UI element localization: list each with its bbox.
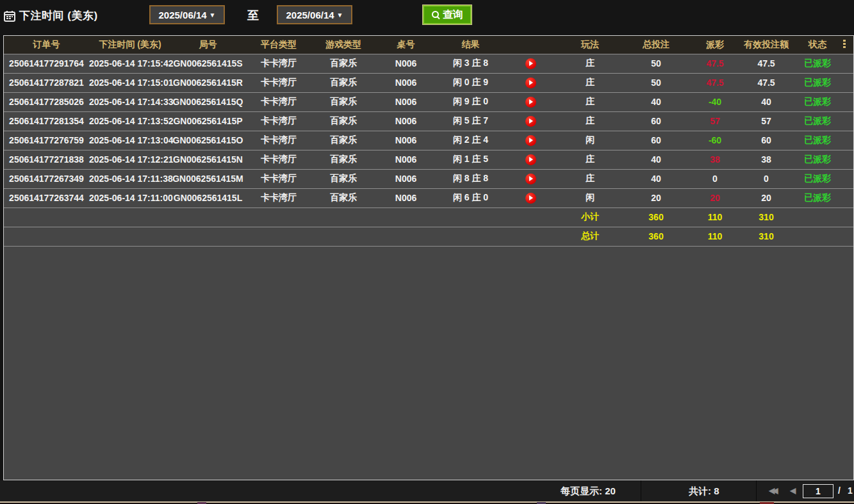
date-from-value: 2025/06/14 <box>159 10 207 20</box>
bet-time: 2025-06-14 17:15:01 <box>89 73 171 92</box>
platform: 卡卡湾厅 <box>245 188 313 207</box>
subtotal-valid-bet: 310 <box>741 207 792 227</box>
result: 闲 2 庄 4 <box>438 131 504 150</box>
round-id: GN0062561415L <box>171 188 245 207</box>
table-header-row: 订单号 下注时间 (美东) 局号 平台类型 游戏类型 桌号 结果 玩法 总投注 … <box>4 36 854 54</box>
play-video-icon[interactable] <box>525 193 536 204</box>
col-header-round-id: 局号 <box>171 36 245 54</box>
total-valid-bet: 310 <box>741 227 792 246</box>
play-video-icon[interactable] <box>525 116 536 127</box>
valid-bet: 0 <box>741 169 792 188</box>
result: 闲 3 庄 8 <box>438 54 504 73</box>
bet-time: 2025-06-14 17:13:04 <box>89 131 171 150</box>
divider <box>756 480 757 501</box>
payout: -40 <box>689 92 741 111</box>
order-id: 250614177276759 <box>4 131 89 150</box>
chevron-down-icon: ▼ <box>337 12 343 19</box>
col-header-order-id: 订单号 <box>4 36 89 54</box>
status-badge: 已派彩 <box>792 92 843 111</box>
platform: 卡卡湾厅 <box>245 73 313 92</box>
total-bet: 40 <box>623 92 689 111</box>
table-no: N006 <box>374 188 438 207</box>
bet-records-table-frame: 订单号 下注时间 (美东) 局号 平台类型 游戏类型 桌号 结果 玩法 总投注 … <box>3 35 854 480</box>
game-type: 百家乐 <box>313 73 374 92</box>
prev-page-button[interactable]: ◀ <box>790 486 796 495</box>
col-header-valid-bet: 有效投注额 <box>741 36 792 54</box>
play-type: 庄 <box>557 92 623 111</box>
search-icon <box>431 10 441 20</box>
table-row: 250614177267349 2025-06-14 17:11:38 GN00… <box>4 169 854 188</box>
play-video-icon[interactable] <box>525 174 536 184</box>
total-total-bet: 360 <box>623 227 689 246</box>
platform: 卡卡湾厅 <box>245 131 313 150</box>
table-no: N006 <box>374 111 438 131</box>
valid-bet: 60 <box>741 131 792 150</box>
payout: 47.5 <box>689 54 741 73</box>
order-id: 250614177263744 <box>4 188 89 207</box>
play-video-icon[interactable] <box>525 135 536 146</box>
result: 闲 9 庄 0 <box>438 92 504 111</box>
divider <box>641 480 641 501</box>
col-header-payout: 派彩 <box>689 36 741 54</box>
play-video-icon[interactable] <box>525 58 536 69</box>
play-video-icon[interactable] <box>525 154 536 165</box>
result: 闲 6 庄 0 <box>438 188 504 207</box>
payout: 20 <box>689 188 741 207</box>
play-type: 庄 <box>557 73 623 92</box>
result: 闲 8 庄 8 <box>438 169 504 188</box>
table-row: 250614177263744 2025-06-14 17:11:00 GN00… <box>4 188 854 207</box>
query-button-label: 查询 <box>443 8 463 22</box>
total-row: 总计 360 110 310 <box>4 227 854 246</box>
play-video-icon[interactable] <box>525 77 536 88</box>
col-header-game-type: 游戏类型 <box>313 36 374 54</box>
date-from-select[interactable]: 2025/06/14 ▼ <box>149 5 225 24</box>
page-number-input[interactable]: 1 <box>803 484 833 498</box>
query-button[interactable]: 查询 <box>422 4 472 25</box>
table-row: 250614177291764 2025-06-14 17:15:42 GN00… <box>4 54 854 73</box>
first-page-button[interactable]: ◀◀ <box>769 486 783 495</box>
total-payout: 110 <box>689 227 741 246</box>
status-badge: 已派彩 <box>792 150 843 169</box>
platform: 卡卡湾厅 <box>245 92 313 111</box>
col-header-play: 玩法 <box>557 36 623 54</box>
game-type: 百家乐 <box>313 131 374 150</box>
per-page-label: 每页显示: 20 <box>561 485 616 498</box>
valid-bet: 47.5 <box>741 54 792 73</box>
subtotal-total-bet: 360 <box>623 207 689 227</box>
col-header-result: 结果 <box>438 36 504 54</box>
total-bet: 60 <box>623 111 689 131</box>
filter-label-text: 下注时间 (美东) <box>19 8 98 23</box>
payout: 38 <box>689 150 741 169</box>
order-id: 250614177285026 <box>4 92 89 111</box>
clipped-glyph <box>843 38 846 49</box>
game-type: 百家乐 <box>313 54 374 73</box>
valid-bet: 47.5 <box>741 73 792 92</box>
page-total: 1 <box>848 485 853 496</box>
play-type: 闲 <box>557 188 623 207</box>
total-bet: 50 <box>623 54 689 73</box>
filter-bar: 下注时间 (美东) 2025/06/14 ▼ 至 2025/06/14 ▼ 查询 <box>0 0 854 35</box>
play-video-icon[interactable] <box>525 97 536 108</box>
bet-time: 2025-06-14 17:11:00 <box>89 188 171 207</box>
bet-time: 2025-06-14 17:11:38 <box>89 169 171 188</box>
table-no: N006 <box>374 73 438 92</box>
payout: 57 <box>689 111 741 131</box>
page-separator: / <box>838 485 841 496</box>
status-badge: 已派彩 <box>792 169 843 188</box>
col-header-platform: 平台类型 <box>245 36 313 54</box>
table-row: 250614177285026 2025-06-14 17:14:33 GN00… <box>4 92 854 111</box>
round-id: GN0062561415N <box>171 150 245 169</box>
order-id: 250614177287821 <box>4 73 89 92</box>
bet-time: 2025-06-14 17:12:21 <box>89 150 171 169</box>
play-type: 闲 <box>557 131 623 150</box>
order-id: 250614177267349 <box>4 169 89 188</box>
total-bet: 50 <box>623 73 689 92</box>
total-label: 总计 <box>557 227 623 246</box>
date-to-select[interactable]: 2025/06/14 ▼ <box>277 5 352 24</box>
col-header-table-no: 桌号 <box>374 36 438 54</box>
total-bet: 60 <box>623 131 689 150</box>
valid-bet: 40 <box>741 92 792 111</box>
table-row: 250614177281354 2025-06-14 17:13:52 GN00… <box>4 111 854 131</box>
table-no: N006 <box>374 150 438 169</box>
total-bet: 40 <box>623 169 689 188</box>
